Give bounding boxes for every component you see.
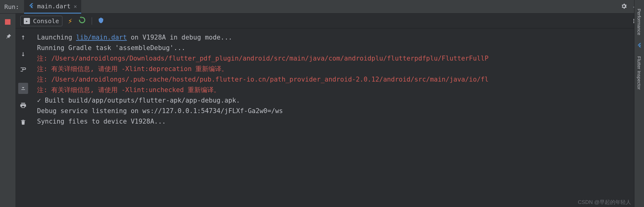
- console-side-toolbar: ↑ ↓: [15, 28, 31, 207]
- output-line: ✓ Built build/app/outputs/flutter-apk/ap…: [37, 95, 638, 106]
- hot-restart-icon[interactable]: [78, 16, 86, 26]
- gear-icon[interactable]: [621, 3, 627, 11]
- right-sidebar: Performance Flutter Inspector: [634, 0, 644, 207]
- watermark: CSDN @早起的年轻人: [578, 199, 631, 206]
- run-header: Run: main.dart × —: [0, 0, 644, 14]
- stop-icon[interactable]: [5, 19, 10, 25]
- console-icon: ▸: [24, 18, 30, 24]
- content-area: ▸ Console ⚡ ↑ ↓: [15, 14, 644, 207]
- tab-title: main.dart: [37, 2, 70, 10]
- output-line: Debug service listening on ws://127.0.0.…: [37, 106, 638, 116]
- close-icon[interactable]: ×: [74, 3, 77, 10]
- console-button[interactable]: ▸ Console: [20, 16, 62, 26]
- down-icon[interactable]: ↓: [21, 49, 25, 58]
- file-link[interactable]: lib/main.dart: [76, 34, 127, 41]
- output-error-line: 注: /Users/androidlongs/.pub-cache/hosted…: [37, 74, 638, 85]
- scroll-to-end-icon[interactable]: [18, 83, 28, 94]
- print-icon[interactable]: [20, 102, 27, 111]
- pin-icon[interactable]: [3, 32, 13, 42]
- console-label: Console: [33, 17, 59, 25]
- run-label: Run:: [3, 3, 24, 11]
- output-error-line: 注: /Users/androidlongs/Downloads/flutter…: [37, 53, 638, 64]
- console-toolbar-top: ▸ Console ⚡: [15, 14, 644, 28]
- hot-reload-icon[interactable]: ⚡: [68, 17, 72, 25]
- divider: [92, 17, 92, 25]
- flutter-icon: [637, 43, 642, 49]
- soft-wrap-icon[interactable]: [20, 66, 27, 75]
- output-line: Launching lib/main.dart on V1928A in deb…: [37, 32, 638, 43]
- output-error-line: 注: 有关详细信息, 请使用 -Xlint:unchecked 重新编译。: [37, 85, 638, 95]
- run-tab-main-dart[interactable]: main.dart ×: [24, 0, 81, 14]
- left-toolbar: [0, 14, 15, 207]
- sidebar-tab-performance[interactable]: Performance: [635, 5, 643, 39]
- up-icon[interactable]: ↑: [21, 33, 25, 41]
- console-body: ↑ ↓ Launching lib/main.dart on V1928A in…: [15, 28, 644, 207]
- sidebar-tab-flutter-inspector[interactable]: Flutter Inspector: [635, 53, 643, 93]
- devtools-icon[interactable]: [98, 17, 104, 25]
- console-output[interactable]: Launching lib/main.dart on V1928A in deb…: [31, 28, 644, 207]
- output-line: Running Gradle task 'assembleDebug'...: [37, 43, 638, 53]
- output-error-line: 注: 有关详细信息, 请使用 -Xlint:deprecation 重新编译。: [37, 64, 638, 74]
- output-line: Syncing files to device V1928A...: [37, 116, 638, 127]
- flutter-icon: [28, 2, 34, 10]
- trash-icon[interactable]: [20, 119, 26, 127]
- main-area: ▸ Console ⚡ ↑ ↓: [0, 14, 644, 207]
